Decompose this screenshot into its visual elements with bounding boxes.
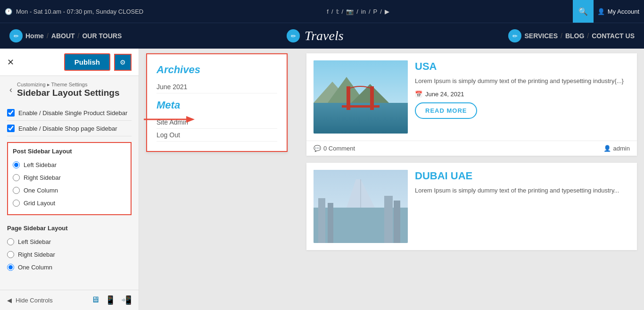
- radio-grid-layout[interactable]: Grid Layout: [13, 197, 126, 209]
- archives-item[interactable]: June 2021: [157, 81, 277, 93]
- checkbox-single-product-label: Enable / Disable Single Product Sidebar: [18, 109, 127, 117]
- nav-services[interactable]: SERVICES: [524, 32, 558, 40]
- radio-right-sidebar-label: Right Sidebar: [24, 174, 61, 181]
- radio-right-sidebar[interactable]: Right Sidebar: [13, 171, 126, 184]
- desktop-icon[interactable]: 🖥: [91, 295, 99, 305]
- svg-rect-15: [328, 203, 333, 243]
- facebook-icon[interactable]: f: [327, 8, 329, 15]
- nav-right: ✏ SERVICES / BLOG / CONTACT US: [508, 29, 635, 42]
- pinterest-icon[interactable]: P: [373, 8, 378, 15]
- gear-button[interactable]: ⚙: [114, 54, 132, 71]
- publish-area: Publish ⚙: [64, 53, 132, 71]
- nav-left: ✏ Home / ABOUT / OUR TOURS: [9, 29, 122, 42]
- post-content-dubai: DUBAI UAE Lorem Ipsum is simply dummy te…: [415, 170, 630, 243]
- publish-button[interactable]: Publish: [64, 53, 110, 71]
- svg-rect-17: [394, 201, 400, 243]
- device-icons: 🖥 📱 📲: [91, 295, 132, 305]
- nav-contact[interactable]: CONTACT US: [592, 32, 635, 40]
- customizer-sidebar: ✕ Publish ⚙ ‹ Customizing ▸ Theme Settin…: [0, 49, 139, 310]
- account-label: My Account: [608, 8, 639, 15]
- radio-one-column-label: One Column: [24, 187, 58, 194]
- mobile-icon[interactable]: 📲: [121, 295, 132, 305]
- sidebar-widget-area: Archives June 2021 Meta Site Admin Log O…: [146, 53, 288, 152]
- twitter-icon[interactable]: 𝕥: [336, 8, 339, 15]
- archives-widget: Archives June 2021: [157, 64, 277, 93]
- post-excerpt-dubai: Lorem Ipsum is simply dummy text of the …: [415, 186, 630, 195]
- calendar-icon: 📅: [415, 91, 422, 98]
- edit-right-nav-icon[interactable]: ✏: [508, 29, 521, 42]
- search-button[interactable]: 🔍: [573, 0, 594, 23]
- edit-left-nav-icon[interactable]: ✏: [9, 29, 23, 42]
- social-icons: f / 𝕥 / 📷 / in / P / ▶: [327, 8, 389, 15]
- edit-brand-icon[interactable]: ✏: [287, 29, 300, 42]
- meta-site-admin[interactable]: Site Admin: [157, 116, 277, 129]
- post-date-usa: 📅 June 24, 2021: [415, 91, 630, 98]
- post-card-usa: USA Lorem Ipsum is simply dummy text of …: [306, 53, 637, 141]
- meta-log-out[interactable]: Log Out: [157, 129, 277, 142]
- page-radio-right-label: Right Sidebar: [18, 251, 55, 258]
- main-wrapper: ✕ Publish ⚙ ‹ Customizing ▸ Theme Settin…: [0, 49, 644, 310]
- nav-our-tours[interactable]: OUR TOURS: [82, 32, 122, 40]
- youtube-icon[interactable]: ▶: [385, 8, 389, 15]
- sep1: /: [331, 8, 333, 15]
- page-radio-right-input[interactable]: [7, 251, 14, 258]
- page-radio-left-sidebar[interactable]: Left Sidebar: [7, 235, 132, 248]
- meta-widget: Meta Site Admin Log Out: [157, 99, 277, 142]
- checkbox-shop-page[interactable]: Enable / Disable Shop page Sidebar: [7, 121, 132, 136]
- radio-grid-layout-input[interactable]: [13, 200, 20, 207]
- post-card-dubai: DUBAI UAE Lorem Ipsum is simply dummy te…: [306, 163, 637, 250]
- instagram-icon[interactable]: 📷: [346, 8, 354, 15]
- nav-blog[interactable]: BLOG: [565, 32, 584, 40]
- breadcrumb: Customizing ▸ Theme Settings: [17, 82, 119, 88]
- sidebar-title: Sidebar Layout Settings: [17, 88, 119, 98]
- hide-controls-button[interactable]: ◀ Hide Controls: [7, 297, 53, 304]
- sidebar-header: ✕ Publish ⚙: [0, 49, 139, 76]
- sep3: /: [356, 8, 358, 15]
- meta-title: Meta: [157, 99, 277, 111]
- date-text-usa: June 24, 2021: [425, 91, 464, 98]
- sidebar-footer: ◀ Hide Controls 🖥 📱 📲: [0, 290, 139, 310]
- content-area: Archives June 2021 Meta Site Admin Log O…: [139, 49, 644, 310]
- my-account-button[interactable]: 👤 My Account: [597, 8, 639, 15]
- read-more-usa[interactable]: READ MORE: [415, 102, 477, 119]
- post-footer-usa: 💬 0 Comment 👤 admin: [306, 141, 637, 156]
- svg-rect-9: [342, 105, 380, 108]
- page-section-title: Page Sidebar Layout: [7, 225, 132, 232]
- usa-image-svg: [314, 60, 408, 134]
- comment-count-usa: 💬 0 Comment: [314, 145, 355, 152]
- hide-controls-label: Hide Controls: [16, 297, 53, 304]
- nav-brand-area: ✏ Travels: [287, 28, 343, 43]
- nav-about[interactable]: ABOUT: [51, 32, 75, 40]
- checkbox-single-product-input[interactable]: [7, 109, 15, 117]
- account-area: 🔍 👤 My Account: [573, 0, 639, 23]
- page-radio-left-input[interactable]: [7, 238, 14, 245]
- top-bar: 🕐 Mon - Sat 10.am - 07:30 pm, Sunday CLO…: [0, 0, 644, 23]
- sep5: /: [380, 8, 382, 15]
- page-radio-right-sidebar[interactable]: Right Sidebar: [7, 248, 132, 261]
- page-radio-one-column[interactable]: One Column: [7, 261, 132, 274]
- radio-one-column-input[interactable]: [13, 187, 20, 194]
- tablet-icon[interactable]: 📱: [105, 295, 116, 305]
- post-section-title: Post Sidebar Layout: [13, 148, 126, 155]
- post-content-usa: USA Lorem Ipsum is simply dummy text of …: [415, 60, 630, 134]
- radio-left-sidebar-input[interactable]: [13, 161, 20, 168]
- back-button[interactable]: ‹: [7, 85, 15, 95]
- page-radio-one-column-input[interactable]: [7, 264, 14, 271]
- nav-home[interactable]: Home: [25, 32, 44, 40]
- post-title-usa: USA: [415, 60, 630, 73]
- comment-icon: 💬: [314, 145, 321, 152]
- post-image-dubai: [314, 170, 408, 243]
- sep2: /: [342, 8, 344, 15]
- linkedin-icon[interactable]: in: [361, 8, 366, 15]
- radio-one-column[interactable]: One Column: [13, 184, 126, 197]
- account-icon: 👤: [597, 8, 605, 15]
- site-brand: Travels: [305, 28, 343, 43]
- page-sidebar-section: Page Sidebar Layout Left Sidebar Right S…: [7, 221, 132, 277]
- page-radio-one-column-label: One Column: [18, 264, 52, 271]
- radio-right-sidebar-input[interactable]: [13, 174, 20, 181]
- post-sidebar-section: Post Sidebar Layout Left Sidebar Right S…: [7, 142, 132, 215]
- checkbox-shop-page-input[interactable]: [7, 125, 15, 132]
- close-button[interactable]: ✕: [7, 57, 14, 67]
- radio-left-sidebar[interactable]: Left Sidebar: [13, 159, 126, 171]
- checkbox-single-product[interactable]: Enable / Disable Single Product Sidebar: [7, 105, 132, 121]
